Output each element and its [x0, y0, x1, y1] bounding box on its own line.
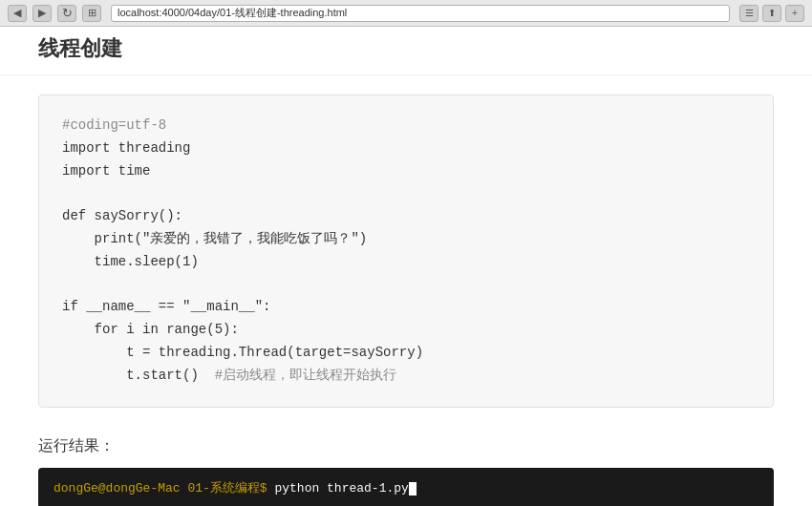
code-line-start: t.start() #启动线程，即让线程开始执行	[62, 368, 396, 383]
back-button[interactable]: ◀	[8, 5, 27, 22]
code-line-sleep: time.sleep(1)	[62, 254, 199, 269]
reader-view-button[interactable]: ☰	[739, 5, 759, 22]
code-line-thread: t = threading.Thread(target=saySorry)	[62, 345, 423, 360]
terminal-prompt: dongGe@dongGe-Mac 01-系统编程$	[53, 481, 267, 495]
code-line-main: if __name__ == "__main__":	[62, 299, 270, 314]
share-button[interactable]: ⬆	[762, 5, 781, 22]
page-header: 线程创建	[0, 27, 812, 75]
new-tab-button[interactable]: +	[785, 5, 804, 22]
address-bar[interactable]: localhost:4000/04day/01-线程创建-threading.h…	[111, 5, 730, 22]
forward-button[interactable]: ▶	[32, 5, 52, 22]
terminal-cursor	[409, 482, 417, 495]
code-line-print: print("亲爱的，我错了，我能吃饭了吗？")	[62, 231, 367, 246]
code-line-import-time: import time	[62, 163, 150, 179]
code-section: #coding=utf-8 import threading import ti…	[38, 75, 774, 427]
code-line-comment: #coding=utf-8	[62, 117, 166, 133]
page-content: 线程创建 #coding=utf-8 import threading impo…	[0, 27, 812, 506]
terminal-block: dongGe@dongGe-Mac 01-系统编程$ python thread…	[38, 468, 774, 506]
results-section: 运行结果： dongGe@dongGe-Mac 01-系统编程$ python …	[38, 427, 774, 506]
code-block: #coding=utf-8 import threading import ti…	[38, 95, 774, 408]
home-button[interactable]: ⊞	[82, 5, 101, 22]
browser-icons: ☰ ⬆ +	[739, 5, 804, 22]
browser-chrome: ◀ ▶ ↻ ⊞ localhost:4000/04day/01-线程创建-thr…	[0, 0, 812, 27]
results-label: 运行结果：	[38, 436, 774, 456]
code-line-def: def saySorry():	[62, 208, 182, 223]
code-line-for: for i in range(5):	[62, 322, 239, 337]
reload-button[interactable]: ↻	[57, 5, 76, 22]
terminal-command: python thread-1.py	[267, 481, 409, 495]
page-title: 线程创建	[38, 34, 774, 63]
code-line-import-threading: import threading	[62, 140, 190, 156]
